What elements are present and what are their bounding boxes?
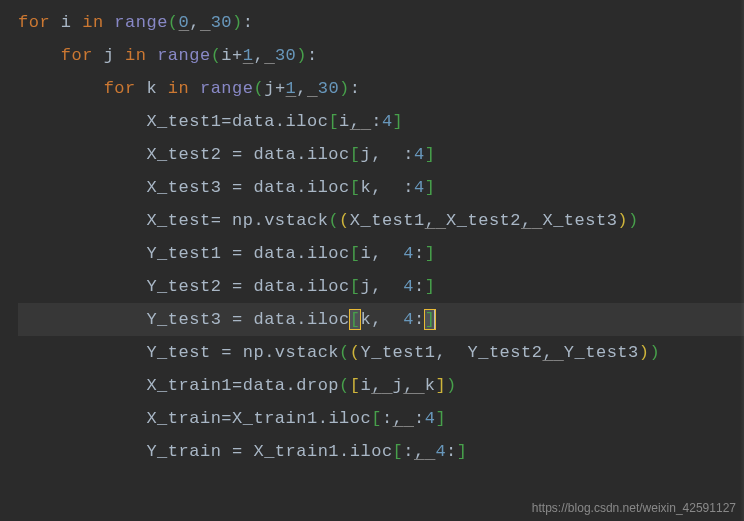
keyword-in: in — [82, 13, 103, 32]
comma: , — [425, 211, 436, 230]
mod-np: np — [232, 211, 253, 230]
var-data: data — [243, 376, 286, 395]
comma: , — [521, 211, 532, 230]
var-i: i — [360, 376, 371, 395]
fn-vstack: vstack — [275, 343, 339, 362]
var-data: data — [253, 178, 296, 197]
code-line[interactable]: X_test2 = data.iloc[j, :4] — [18, 138, 744, 171]
num-1: 1 — [286, 79, 297, 98]
bracket-close: ] — [435, 409, 446, 428]
num-4: 4 — [425, 409, 436, 428]
var-k: k — [360, 310, 371, 329]
var-j: j — [264, 79, 275, 98]
mod-np: np — [243, 343, 264, 362]
bracket-close: ] — [425, 277, 436, 296]
var-xtrain1: X_train1 — [253, 442, 339, 461]
colon: : — [414, 244, 425, 263]
colon: : — [371, 112, 382, 131]
bracket-open: [ — [328, 112, 339, 131]
watermark-text: https://blog.csdn.net/weixin_42591127 — [532, 501, 736, 515]
code-line[interactable]: X_train=X_train1.iloc[:, :4] — [18, 402, 744, 435]
space — [382, 376, 393, 395]
space — [403, 409, 414, 428]
arg: Y_test2 — [468, 343, 543, 362]
attr-iloc: iloc — [307, 244, 350, 263]
code-line[interactable]: X_train1=data.drop([i, j, k]) — [18, 369, 744, 402]
bracket-close: ] — [425, 145, 436, 164]
var-j: j — [360, 145, 371, 164]
op-eq: = — [232, 442, 243, 461]
bracket-open: [ — [350, 277, 361, 296]
comma: , — [371, 376, 382, 395]
num-4: 4 — [403, 310, 414, 329]
paren-close: ) — [649, 343, 660, 362]
attr-iloc: iloc — [350, 442, 393, 461]
paren-close: ) — [296, 46, 307, 65]
code-line[interactable]: X_test= np.vstack((X_test1, X_test2, X_t… — [18, 204, 744, 237]
var-data: data — [253, 277, 296, 296]
var-xtrain1: X_train1 — [232, 409, 318, 428]
paren-open: ( — [339, 211, 350, 230]
attr-iloc: iloc — [307, 145, 350, 164]
var-data: data — [232, 112, 275, 131]
op-eq: = — [232, 145, 243, 164]
var-ytest2: Y_test2 — [146, 277, 221, 296]
num-4: 4 — [414, 145, 425, 164]
var-ytest3: Y_test3 — [146, 310, 221, 329]
code-line[interactable]: X_test3 = data.iloc[k, :4] — [18, 171, 744, 204]
op-eq: = — [211, 211, 222, 230]
bracket-close: ] — [457, 442, 468, 461]
colon: : — [414, 409, 425, 428]
code-line[interactable]: for k in range(j+1, 30): — [18, 72, 744, 105]
colon: : — [403, 442, 414, 461]
colon: : — [403, 145, 414, 164]
space — [425, 442, 436, 461]
num-1: 1 — [243, 46, 254, 65]
var-j: j — [393, 376, 404, 395]
space — [553, 343, 564, 362]
code-line[interactable]: for j in range(i+1, 30): — [18, 39, 744, 72]
var-k: k — [146, 79, 157, 98]
var-xtest2: X_test2 — [146, 145, 221, 164]
fn-range: range — [157, 46, 211, 65]
attr-iloc: iloc — [307, 310, 350, 329]
space — [200, 13, 211, 32]
dot: . — [264, 343, 275, 362]
arg: X_test1 — [350, 211, 425, 230]
text-caret — [434, 310, 435, 330]
dot: . — [339, 442, 350, 461]
code-line[interactable]: Y_test1 = data.iloc[i, 4:] — [18, 237, 744, 270]
op-eq: = — [221, 409, 232, 428]
colon: : — [307, 46, 318, 65]
code-line[interactable]: Y_train = X_train1.iloc[:, 4:] — [18, 435, 744, 468]
arg: X_test2 — [446, 211, 521, 230]
num-4: 4 — [382, 112, 393, 131]
dot: . — [296, 178, 307, 197]
colon: : — [414, 277, 425, 296]
code-line[interactable]: for i in range(0, 30): — [18, 6, 744, 39]
code-line[interactable]: Y_test2 = data.iloc[j, 4:] — [18, 270, 744, 303]
var-j: j — [360, 277, 371, 296]
code-line[interactable]: X_test1=data.iloc[i, :4] — [18, 105, 744, 138]
dot: . — [296, 244, 307, 263]
var-i: i — [221, 46, 232, 65]
keyword-in: in — [125, 46, 146, 65]
var-ytest1: Y_test1 — [146, 244, 221, 263]
var-j: j — [104, 46, 115, 65]
code-line[interactable]: Y_test = np.vstack((Y_test1, Y_test2, Y_… — [18, 336, 744, 369]
fn-range: range — [114, 13, 168, 32]
arg: X_test3 — [542, 211, 617, 230]
space — [435, 211, 446, 230]
var-i: i — [360, 244, 371, 263]
code-editor[interactable]: for i in range(0, 30): for j in range(i+… — [0, 0, 744, 468]
right-border — [740, 0, 744, 521]
colon: : — [350, 79, 361, 98]
var-ytrain: Y_train — [146, 442, 221, 461]
colon: : — [243, 13, 254, 32]
bracket-close: ] — [425, 244, 436, 263]
comma: , — [371, 178, 382, 197]
paren-close: ) — [339, 79, 350, 98]
code-line-active[interactable]: Y_test3 = data.iloc[k, 4:] — [18, 303, 744, 336]
paren-close: ) — [446, 376, 457, 395]
colon: : — [446, 442, 457, 461]
